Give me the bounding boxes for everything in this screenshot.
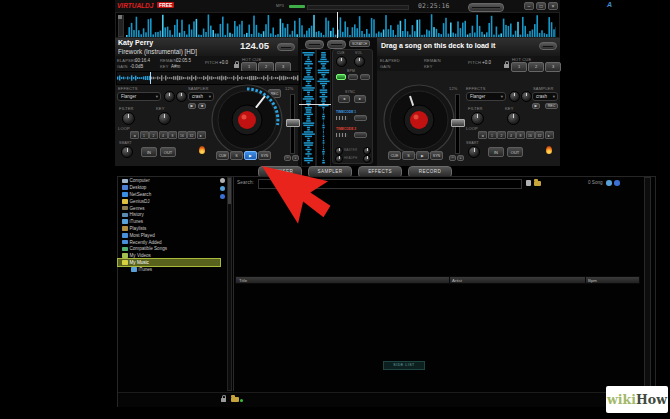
folder-item-itunes[interactable]: iTunes bbox=[118, 266, 220, 273]
effect-param2-knob-right[interactable] bbox=[521, 91, 532, 102]
loop-button-8[interactable]: 8 bbox=[168, 131, 177, 139]
maximize-button[interactable]: □ bbox=[536, 2, 546, 10]
hot-cue-button-1[interactable]: 1 bbox=[511, 62, 527, 72]
loop-button-16[interactable]: 16 bbox=[526, 131, 535, 139]
headphones-knob[interactable] bbox=[335, 155, 343, 163]
key-knob-right[interactable] bbox=[507, 112, 520, 125]
sync-left-button[interactable]: ◄ bbox=[338, 95, 350, 103]
stutter-button[interactable]: S bbox=[230, 151, 243, 160]
timecode2-button[interactable] bbox=[354, 132, 367, 138]
play-button[interactable]: ▶ bbox=[244, 151, 257, 160]
loop-button-32[interactable]: 32 bbox=[187, 131, 196, 139]
mixer-pill-button-1[interactable] bbox=[305, 40, 324, 49]
folder-item-history[interactable]: History bbox=[118, 211, 220, 218]
deck-left-bpm-pill[interactable] bbox=[277, 43, 295, 51]
sample-play-button-right[interactable]: ▶ bbox=[532, 103, 540, 109]
loop-button-8[interactable]: 8 bbox=[516, 131, 525, 139]
pitch-bend-minus-button[interactable]: − bbox=[284, 155, 291, 161]
result-cd-icon[interactable] bbox=[606, 180, 612, 186]
scratch-button[interactable]: SCRATCH bbox=[349, 40, 370, 47]
loop-button-4[interactable]: 4 bbox=[159, 131, 168, 139]
play-button-right[interactable]: ▶ bbox=[416, 151, 429, 160]
sample-select-right[interactable]: crash bbox=[532, 92, 558, 101]
loop-button-2[interactable]: 2 bbox=[149, 131, 158, 139]
sample-stop-button[interactable]: ■ bbox=[198, 103, 206, 109]
folder-item-recently-added[interactable]: Recently Added bbox=[118, 239, 220, 246]
folder-item-compatible-songs[interactable]: Compatible Songs bbox=[118, 245, 220, 252]
column-separator[interactable] bbox=[585, 277, 586, 285]
file-list-scrollbar[interactable] bbox=[644, 177, 651, 391]
bpm-match-button-1[interactable] bbox=[336, 74, 346, 80]
loop-in-button[interactable]: IN bbox=[141, 147, 157, 157]
effect-select-right[interactable]: Flanger bbox=[466, 92, 506, 101]
pitch-bend-plus-button-right[interactable]: + bbox=[457, 155, 464, 161]
config-button[interactable] bbox=[468, 3, 504, 12]
loop-button--[interactable]: ► bbox=[545, 131, 554, 139]
cue-button-right[interactable]: CUE bbox=[388, 151, 401, 160]
headphone-cue-knob[interactable] bbox=[336, 56, 347, 67]
loop-button-32[interactable]: 32 bbox=[535, 131, 544, 139]
deck-right-bpm-pill[interactable] bbox=[539, 42, 557, 50]
column-separator[interactable] bbox=[449, 277, 450, 285]
minimize-button[interactable]: – bbox=[524, 2, 534, 10]
column-bpm[interactable]: Bpm bbox=[588, 278, 597, 283]
headphones-knob-2[interactable] bbox=[363, 155, 371, 163]
cue-button[interactable]: CUE bbox=[216, 151, 229, 160]
sync-button-right[interactable]: SYN bbox=[430, 151, 443, 160]
loop-button--[interactable]: ► bbox=[197, 131, 206, 139]
sync-right-button[interactable]: ► bbox=[354, 95, 366, 103]
search-folder-icon[interactable] bbox=[534, 181, 541, 186]
sample-play-button[interactable]: ▶ bbox=[188, 103, 196, 109]
headphone-vol-knob[interactable] bbox=[354, 56, 365, 67]
folder-item-desktop[interactable]: Desktop bbox=[118, 184, 220, 191]
search-user-icon[interactable] bbox=[526, 180, 531, 186]
hot-cue-button-2[interactable]: 2 bbox=[528, 62, 544, 72]
user-icon[interactable] bbox=[220, 178, 225, 183]
folder-item-netsearch[interactable]: NetSearch bbox=[118, 191, 220, 198]
loop-in-button-right[interactable]: IN bbox=[488, 147, 504, 157]
tree-scrollbar[interactable] bbox=[227, 177, 232, 391]
loop-button-2[interactable]: 2 bbox=[497, 131, 506, 139]
loop-button-1[interactable]: 1 bbox=[488, 131, 497, 139]
waveform-zoom-thumb[interactable] bbox=[118, 15, 122, 19]
stutter-button-right[interactable]: S bbox=[402, 151, 415, 160]
effect-param2-knob[interactable] bbox=[176, 91, 187, 102]
browser-lock-icon[interactable] bbox=[221, 398, 226, 402]
mixer-pill-button-2[interactable] bbox=[327, 40, 346, 49]
pitch-slider-thumb-right[interactable] bbox=[451, 119, 465, 127]
sync-button[interactable]: SYN bbox=[258, 151, 271, 160]
jog-wheel-left[interactable] bbox=[210, 83, 284, 157]
bpm-match-button-2[interactable] bbox=[348, 74, 358, 80]
search-input[interactable] bbox=[258, 179, 522, 189]
folder-item-most-played[interactable]: Most Played bbox=[118, 232, 220, 239]
key-knob[interactable] bbox=[158, 112, 171, 125]
folder-item-genres[interactable]: Genres bbox=[118, 205, 220, 212]
folder-item-itunes[interactable]: iTunes bbox=[118, 218, 220, 225]
column-artist[interactable]: Artist bbox=[452, 278, 462, 283]
smart-knob-right[interactable] bbox=[468, 146, 480, 158]
master-knob-2[interactable] bbox=[363, 147, 371, 155]
close-button[interactable]: × bbox=[548, 2, 558, 10]
effect-param1-knob[interactable] bbox=[164, 91, 175, 102]
result-globe-icon[interactable] bbox=[614, 180, 620, 186]
timecode1-button[interactable] bbox=[354, 115, 367, 121]
tree-scrollbar-thumb[interactable] bbox=[228, 178, 231, 204]
bpm-match-button-3[interactable] bbox=[360, 74, 370, 80]
pitch-slider-thumb[interactable] bbox=[286, 119, 300, 127]
folder-item-my-music[interactable]: My Music bbox=[118, 259, 220, 266]
effect-param1-knob-right[interactable] bbox=[509, 91, 520, 102]
folder-item-my-videos[interactable]: My Videos bbox=[118, 252, 220, 259]
loop-button--[interactable]: ◄ bbox=[130, 131, 139, 139]
pitch-bend-minus-button-right[interactable]: − bbox=[449, 155, 456, 161]
master-knob[interactable] bbox=[335, 147, 343, 155]
folder-item-geniusdj[interactable]: GeniusDJ bbox=[118, 198, 220, 205]
effect-select[interactable]: Flanger bbox=[117, 92, 161, 101]
smart-knob[interactable] bbox=[121, 146, 133, 158]
folder-item-playlists[interactable]: Playlists bbox=[118, 225, 220, 232]
loop-button-16[interactable]: 16 bbox=[178, 131, 187, 139]
loop-out-button[interactable]: OUT bbox=[160, 147, 176, 157]
jog-wheel-right[interactable] bbox=[382, 83, 456, 157]
loop-button-1[interactable]: 1 bbox=[140, 131, 149, 139]
pitch-bend-plus-button[interactable]: + bbox=[292, 155, 299, 161]
cd-icon[interactable] bbox=[220, 186, 225, 191]
